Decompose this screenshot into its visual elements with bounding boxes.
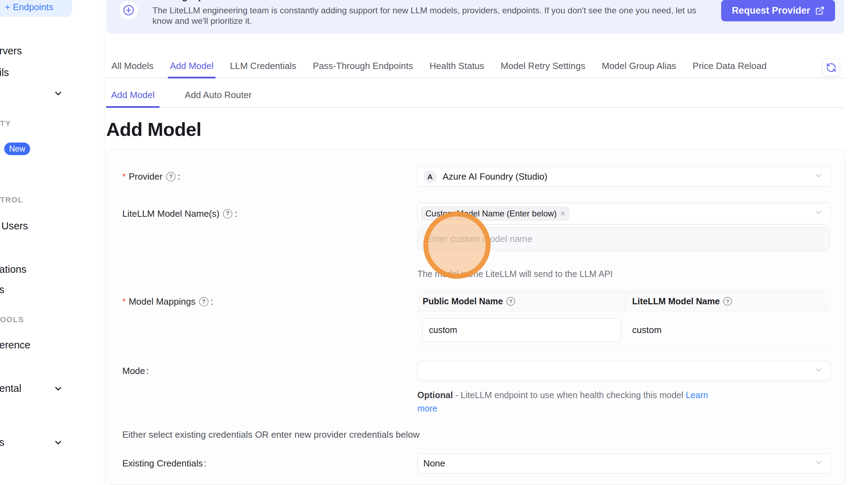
model-mappings-label: * Model Mappings ? : <box>106 291 417 307</box>
model-name-tag: Custom Model Name (Enter below) × <box>421 206 569 221</box>
refresh-button[interactable] <box>822 59 840 76</box>
sidebar-item-s2[interactable]: s <box>0 437 5 448</box>
existing-credentials-row: Existing Credentials : None <box>106 453 845 473</box>
missing-provider-banner: Missing a provider? The LiteLLM engineer… <box>106 0 844 34</box>
litellm-model-name-header: LiteLLM Model Name ? <box>625 291 733 312</box>
mode-row: Mode : Optional - LiteLLM endpoint to us… <box>106 361 845 415</box>
help-icon[interactable]: ? <box>199 297 209 306</box>
help-icon[interactable]: ? <box>723 297 732 306</box>
add-model-subtabs: Add Model Add Auto Router <box>106 84 845 108</box>
model-mappings-table: Public Model Name ? LiteLLM Model Name ?… <box>417 291 831 348</box>
sidebar-section-ty: TY <box>0 119 11 128</box>
sidebar-section-trol: TROL <box>0 195 23 205</box>
required-mark: * <box>122 296 126 307</box>
mappings-data-row: custom <box>417 312 831 348</box>
tab-price-data-reload[interactable]: Price Data Reload <box>691 57 769 78</box>
mode-helper-text: Optional - LiteLLM endpoint to use when … <box>417 388 713 415</box>
help-icon[interactable]: ? <box>223 209 232 219</box>
subtab-add-model[interactable]: Add Model <box>106 84 159 108</box>
add-model-page: + Endpoints rvers ils TY New TROL Users … <box>0 0 868 485</box>
banner-title: Missing a provider? <box>152 0 242 2</box>
tab-all-models[interactable]: All Models <box>109 57 156 78</box>
help-icon[interactable]: ? <box>506 297 515 306</box>
sidebar-section-tools: OOLS <box>0 315 24 324</box>
existing-credentials-value: None <box>423 458 445 469</box>
chevron-down-icon <box>814 208 823 220</box>
mode-label: Mode : <box>106 361 417 381</box>
existing-credentials-select[interactable]: None <box>417 453 831 473</box>
sidebar-item-s1[interactable]: s <box>0 284 5 296</box>
chevron-down-icon <box>814 458 823 469</box>
mode-select[interactable] <box>417 361 831 381</box>
sidebar-item-ils[interactable]: ils <box>0 67 9 78</box>
provider-avatar: A <box>423 170 437 183</box>
sidebar: + Endpoints rvers ils TY New TROL Users … <box>0 0 104 485</box>
sidebar-item-users[interactable]: Users <box>1 220 28 232</box>
required-mark: * <box>122 171 126 182</box>
tab-health-status[interactable]: Health Status <box>428 57 486 78</box>
model-names-label: LiteLLM Model Name(s) ? : <box>106 203 417 224</box>
sidebar-item-servers[interactable]: rvers <box>0 45 22 57</box>
tab-pass-through-endpoints[interactable]: Pass-Through Endpoints <box>311 57 415 78</box>
provider-row: * Provider ? : A Azure AI Foundry (Studi… <box>106 167 845 187</box>
chevron-down-icon[interactable] <box>53 438 63 448</box>
provider-value: Azure AI Foundry (Studio) <box>443 171 547 182</box>
sidebar-item-label: + Endpoints <box>5 2 53 13</box>
model-name-helper-text: The model name LiteLLM will send to the … <box>417 269 831 279</box>
new-badge: New <box>4 143 30 155</box>
provider-label: * Provider ? : <box>106 167 417 187</box>
public-model-name-header: Public Model Name ? <box>417 291 625 312</box>
external-link-icon <box>815 6 825 15</box>
add-model-form-card: * Provider ? : A Azure AI Foundry (Studi… <box>106 150 845 485</box>
chevron-down-icon <box>814 365 823 377</box>
model-names-row: LiteLLM Model Name(s) ? : Custom Model N… <box>106 203 845 279</box>
credentials-note: Either select existing credentials OR en… <box>106 429 845 440</box>
tab-llm-credentials[interactable]: LLM Credentials <box>228 57 298 78</box>
model-names-select[interactable]: Custom Model Name (Enter below) × <box>417 203 831 224</box>
subtab-add-auto-router[interactable]: Add Auto Router <box>180 84 257 108</box>
tab-add-model[interactable]: Add Model <box>168 57 216 78</box>
sidebar-item-ental[interactable]: ental <box>0 383 21 394</box>
refresh-icon <box>826 62 836 73</box>
chevron-down-icon[interactable] <box>53 89 63 98</box>
custom-model-name-input[interactable] <box>417 227 831 251</box>
model-mappings-row: * Model Mappings ? : Public Model Name ?… <box>106 291 845 348</box>
model-hub-tabs: All Models Add Model LLM Credentials Pas… <box>106 57 845 78</box>
request-provider-button[interactable]: Request Provider <box>721 0 835 21</box>
public-model-name-input[interactable] <box>422 318 621 342</box>
tag-close-icon[interactable]: × <box>560 209 565 219</box>
provider-select[interactable]: A Azure AI Foundry (Studio) <box>417 167 831 187</box>
help-icon[interactable]: ? <box>166 172 176 181</box>
request-provider-label: Request Provider <box>732 5 810 16</box>
existing-credentials-label: Existing Credentials : <box>106 453 417 473</box>
sidebar-item-models-endpoints[interactable]: + Endpoints <box>0 0 72 17</box>
chevron-down-icon[interactable] <box>53 384 63 394</box>
sidebar-item-ations[interactable]: ations <box>0 264 26 275</box>
banner-body: The LiteLLM engineering team is constant… <box>152 5 713 26</box>
circle-plus-icon <box>119 1 138 19</box>
chevron-down-icon <box>814 171 823 182</box>
sidebar-item-erence[interactable]: erence <box>0 339 30 351</box>
mappings-header-row: Public Model Name ? LiteLLM Model Name ? <box>417 291 831 312</box>
litellm-model-name-value: custom <box>632 325 662 335</box>
tab-model-retry-settings[interactable]: Model Retry Settings <box>499 57 587 78</box>
tab-model-group-alias[interactable]: Model Group Alias <box>600 57 678 78</box>
page-title: Add Model <box>106 118 201 140</box>
